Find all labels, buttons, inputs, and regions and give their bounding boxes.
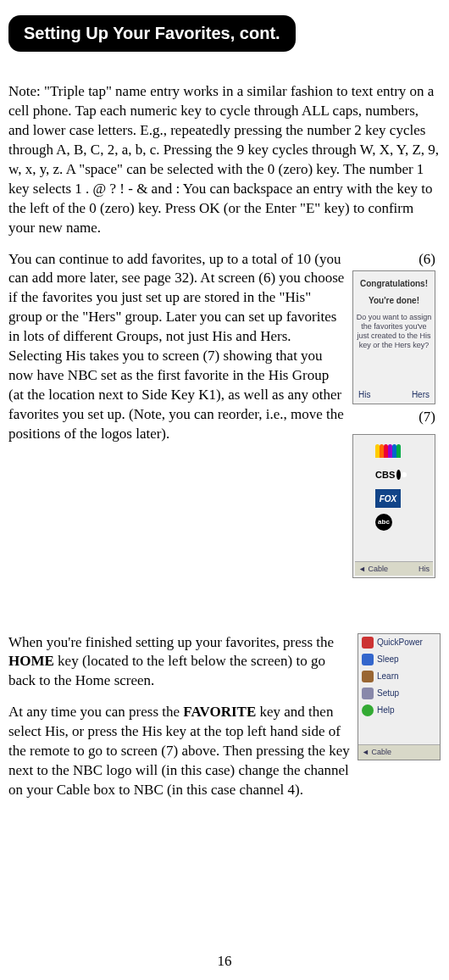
- section-home: QuickPower Sleep Learn Setup Help ◄ Cabl…: [8, 633, 441, 813]
- page-header: Setting Up Your Favorites, cont.: [8, 15, 296, 52]
- sleep-icon: [362, 654, 374, 665]
- logo-abc: abc: [355, 511, 433, 533]
- favorite-key-bold: FAVORITE: [183, 704, 256, 720]
- shot6-done: You're done!: [355, 295, 433, 307]
- menu-setup: Setup: [358, 685, 440, 702]
- shot8-bar-left: ◄ Cable: [362, 748, 391, 756]
- power-icon: [362, 637, 374, 649]
- shot6-question: Do you want to assign the favorites you'…: [355, 313, 433, 349]
- menu-help: Help: [358, 702, 440, 719]
- help-icon: [362, 704, 374, 716]
- cbs-eye-icon: [396, 470, 401, 480]
- menu-quickpower: QuickPower: [358, 634, 440, 651]
- screenshot-home-menu: QuickPower Sleep Learn Setup Help ◄ Cabl…: [358, 633, 441, 760]
- learn-icon: [362, 671, 374, 682]
- section-groups: (6) Congratulations! You're done! Do you…: [8, 250, 441, 606]
- figure-label-6: (6): [352, 250, 441, 270]
- menu-learn: Learn: [358, 668, 440, 685]
- page-number: 16: [0, 952, 449, 972]
- screenshot-7: CBS FOX abc ◄ Cable His: [352, 434, 435, 578]
- nbc-peacock-icon: [375, 444, 401, 458]
- setup-icon: [362, 688, 374, 699]
- shot7-bar-left: ◄ Cable: [358, 564, 388, 574]
- logo-cbs: CBS: [355, 464, 433, 486]
- figure-label-7: (7): [352, 408, 441, 427]
- note-paragraph: Note: "Triple tap" name entry works in a…: [8, 82, 441, 238]
- menu-sleep: Sleep: [358, 651, 440, 668]
- shot6-softkey-hers: Hers: [412, 389, 430, 401]
- shot6-congrats: Congratulations!: [355, 278, 433, 290]
- shot7-bar-right: His: [419, 564, 430, 574]
- shot6-softkey-his: His: [358, 389, 370, 401]
- logo-fox: FOX: [355, 487, 433, 509]
- logo-nbc: [355, 440, 433, 462]
- home-key-bold: HOME: [8, 653, 54, 669]
- screenshot-6: Congratulations! You're done! Do you wan…: [352, 270, 435, 404]
